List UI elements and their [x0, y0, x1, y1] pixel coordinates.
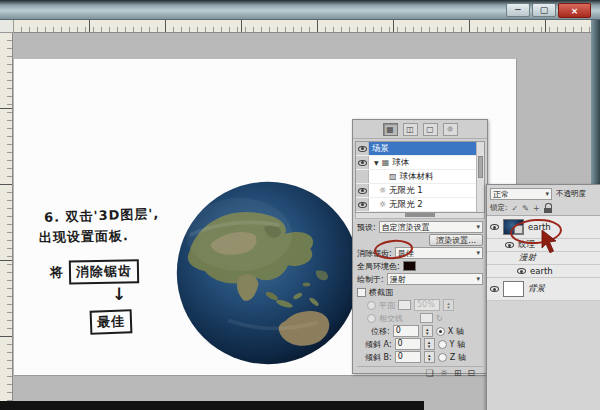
mesh-icon: ▦ [382, 158, 390, 167]
cross-section-label: 横截面 [369, 287, 393, 298]
red-cursor-arrow-icon [540, 229, 560, 255]
offset-input[interactable]: 0 [393, 325, 419, 337]
tree-label: 球体材料 [400, 171, 434, 183]
ambient-color-label: 全局环境色: [357, 261, 400, 272]
x-axis-label: X 轴 [448, 326, 464, 337]
handwritten-note-line2: 出现设置面板. [39, 227, 129, 247]
cross-section-checkbox[interactable] [357, 288, 366, 297]
plane-radio[interactable] [367, 301, 376, 310]
3d-filter-bar: ▦ ◫ ▢ ☼ [353, 120, 487, 139]
tilt-b-input[interactable]: 0 [395, 351, 421, 363]
opacity-label: 不透明度 [556, 189, 586, 199]
visibility-eye-icon[interactable] [358, 188, 367, 194]
chevron-down-icon: ▾ [476, 275, 480, 283]
visibility-eye-icon[interactable] [358, 146, 367, 152]
toggle-ground-plane-icon[interactable]: ❏ [426, 368, 434, 378]
delete-item-icon[interactable]: ⊟ [467, 368, 475, 378]
tree-horizontal-scrollbar[interactable] [355, 213, 485, 219]
visibility-eye-icon[interactable] [490, 224, 499, 230]
z-axis-radio[interactable] [438, 353, 447, 362]
render-settings-button[interactable]: 渲染设置... [429, 234, 483, 246]
y-axis-radio[interactable] [438, 340, 447, 349]
vertical-ruler[interactable] [0, 33, 13, 402]
light-icon: ☼ [379, 186, 386, 195]
visibility-eye-icon[interactable] [517, 268, 526, 274]
tree-vertical-scrollbar[interactable] [476, 142, 484, 212]
lock-position-icon[interactable]: + [533, 204, 540, 213]
offset-stepper[interactable]: ▴▾ [422, 325, 433, 337]
minimize-button[interactable]: ─ [506, 3, 530, 17]
horizontal-ruler[interactable] [14, 20, 597, 33]
tree-item-sphere-material[interactable]: ▨ 球体材料 [356, 170, 484, 184]
tree-label: 无限光 2 [389, 199, 423, 211]
layer-name: earth [530, 266, 553, 276]
lock-row: 锁定: ✓ ✎ + [487, 202, 600, 216]
tilt-b-stepper[interactable]: ▴▾ [424, 351, 435, 363]
window-bottom-edge [0, 401, 424, 410]
tilt-b-label: 倾斜 B: [365, 352, 392, 363]
visibility-eye-icon[interactable] [358, 202, 367, 208]
tree-item-sphere[interactable]: ▼ ▦ 球体 [356, 156, 484, 170]
3d-panel: ▦ ◫ ▢ ☼ 场景 ▼ ▦ 球体 ▨ 球体材料 ☼ [352, 119, 488, 374]
handwritten-note-line3: 将 消除锯齿 [50, 259, 139, 285]
plane-label: 平面 [379, 300, 395, 311]
layer-name: 背景 [528, 283, 545, 295]
handwritten-down-arrow: ↓ [112, 284, 127, 304]
tree-item-infinite-light-1[interactable]: ☼ 无限光 1 [356, 184, 484, 198]
earth-globe-image [172, 177, 364, 369]
filter-whole-scene-icon[interactable]: ▦ [383, 123, 398, 136]
blend-mode-dropdown[interactable]: 正常 ▾ [490, 188, 552, 200]
layers-panel: 正常 ▾ 不透明度 锁定: ✓ ✎ + earth 纹理 漫射 earth [486, 184, 600, 410]
paint-on-label: 绘制于: [357, 274, 384, 285]
paint-on-dropdown[interactable]: 漫射 ▾ [387, 273, 483, 285]
tree-item-scene[interactable]: 场景 [356, 142, 484, 156]
3d-render-controls: 预设: 自定渲染设置 ▾ 渲染设置... 消除锯齿: 最佳 ▾ 全局环境色: 绘… [353, 219, 487, 379]
lock-pixels-icon[interactable]: ✎ [522, 204, 529, 213]
3d-scene-tree: 场景 ▼ ▦ 球体 ▨ 球体材料 ☼ 无限光 1 [355, 141, 485, 213]
x-axis-radio[interactable] [436, 327, 445, 336]
preset-dropdown[interactable]: 自定渲染设置 ▾ [379, 221, 483, 233]
tree-item-infinite-light-2[interactable]: ☼ 无限光 2 [356, 198, 484, 212]
tilt-a-label: 倾斜 A: [365, 339, 392, 350]
layer-row-earth-texture[interactable]: earth [487, 265, 600, 278]
rotate-icon[interactable]: ↻ [436, 314, 443, 323]
expander-icon[interactable]: ▼ [374, 159, 379, 166]
layer-row-background[interactable]: 背景 [487, 278, 600, 301]
handwritten-boxed-best: 最佳 [90, 309, 133, 334]
visibility-eye-icon[interactable] [490, 286, 499, 292]
toggle-lights-icon[interactable]: ☼ [440, 368, 448, 378]
handwritten-prefix: 将 [50, 264, 64, 282]
filter-lights-icon[interactable]: ☼ [443, 123, 458, 136]
lock-transparency-icon[interactable]: ✓ [512, 204, 519, 213]
close-button[interactable]: × [558, 3, 591, 18]
tree-label: 无限光 1 [389, 185, 423, 197]
light-icon: ☼ [379, 200, 386, 209]
filter-materials-icon[interactable]: ▢ [423, 123, 438, 136]
plane-color-swatch[interactable] [398, 300, 411, 310]
tree-label: 球体 [392, 157, 409, 169]
3d-panel-footer: ❏ ☼ ⊞ ⊟ [357, 366, 483, 379]
y-axis-label: Y 轴 [450, 339, 465, 350]
visibility-eye-icon[interactable] [505, 242, 514, 248]
tilt-a-input[interactable]: 0 [395, 338, 421, 350]
offset-label: 位移: [371, 326, 390, 337]
visibility-eye-icon[interactable] [358, 160, 367, 166]
blend-mode-row: 正常 ▾ 不透明度 [487, 185, 600, 202]
handwritten-note-line1: 6. 双击'3D图层', [44, 205, 160, 227]
new-item-icon[interactable]: ⊞ [454, 368, 462, 378]
filter-meshes-icon[interactable]: ◫ [403, 123, 418, 136]
tilt-a-stepper[interactable]: ▴▾ [424, 338, 435, 350]
preset-label: 预设: [357, 222, 376, 233]
maximize-button[interactable]: ▢ [532, 3, 556, 17]
chevron-down-icon: ▾ [476, 223, 480, 231]
layer-thumbnail-background[interactable] [503, 281, 524, 297]
ambient-color-swatch[interactable] [403, 261, 416, 271]
handwritten-boxed-antialias: 消除锯齿 [69, 259, 139, 284]
intersection-color-swatch[interactable] [420, 313, 433, 323]
lock-all-icon[interactable] [544, 203, 552, 213]
plane-opacity-stepper[interactable]: ▴▾ [443, 299, 454, 311]
plane-opacity-input[interactable]: 50% [414, 299, 440, 311]
lock-label: 锁定: [490, 203, 508, 213]
photoshop-window: { "window": { "controls": { "minimize": … [0, 0, 600, 410]
intersection-radio[interactable] [367, 314, 376, 323]
